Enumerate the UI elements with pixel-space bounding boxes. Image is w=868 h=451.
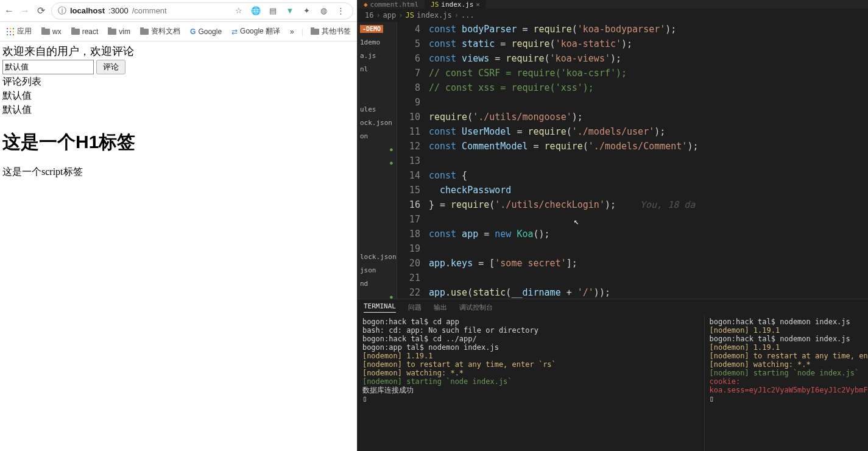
welcome-text: 欢迎来自的用户，欢迎评论 — [2, 44, 355, 59]
explorer-file[interactable] — [358, 89, 397, 102]
vue-ext-icon[interactable]: ▼ — [284, 5, 295, 16]
explorer-file[interactable] — [358, 210, 397, 223]
bookmarks-bar: 应用 wxreactvim资料文档GGoogle⇄Google 翻译 » | 其… — [0, 22, 357, 41]
bookmark-item[interactable]: vim — [108, 26, 130, 37]
other-bookmarks[interactable]: 其他书签 — [311, 26, 351, 37]
list-item: 默认值 — [2, 104, 355, 116]
file-explorer-partial[interactable]: -DEMO 1demoa.jsnlulesock.jsononlock.json… — [358, 22, 397, 299]
code-editor-window: ◆ comment.html JS index.js × ⊟ ◫ ⋯ 16 › … — [358, 0, 868, 451]
sheet-ext-icon[interactable]: ▤ — [267, 5, 278, 16]
bookmarks-overflow[interactable]: » — [290, 27, 294, 36]
folder-icon — [71, 29, 80, 35]
script-text: 这是一个script标签 — [2, 166, 355, 179]
breadcrumb-file: index.js — [417, 11, 452, 20]
breadcrumb-rest: ... — [461, 11, 475, 20]
terminal-tab-terminal[interactable]: TERMINAL — [364, 302, 396, 313]
terminal-tab-problems[interactable]: 问题 — [408, 303, 422, 312]
back-button[interactable]: ← — [4, 5, 15, 16]
explorer-file[interactable]: on — [358, 129, 397, 143]
explorer-file[interactable] — [358, 143, 397, 156]
apps-icon — [6, 27, 15, 36]
url-host: localhost — [70, 6, 105, 15]
tab-label: index.js — [441, 1, 473, 9]
terminal-tabs: TERMINAL 问题 输出 调试控制台 1: node, node ＋ ◫ 🗑… — [358, 299, 868, 315]
code-area: -DEMO 1demoa.jsnlulesock.jsononlock.json… — [358, 22, 868, 299]
globe-ext-icon[interactable]: 🌐 — [250, 5, 261, 16]
browser-toolbar: ← → ⟳ ⓘ localhost:3000/comment ☆ 🌐 ▤ ▼ ✦… — [0, 0, 357, 22]
explorer-file[interactable]: ules — [358, 102, 397, 116]
list-item: 默认值 — [2, 90, 355, 102]
bookmark-items: wxreactvim资料文档GGoogle⇄Google 翻译 — [41, 26, 280, 37]
url-bar[interactable]: ⓘ localhost:3000/comment ☆ 🌐 ▤ ▼ ✦ ◍ ⋮ — [51, 2, 353, 20]
page-h1: 这是一个H1标签 — [2, 130, 355, 155]
comment-input[interactable] — [2, 60, 94, 74]
explorer-file[interactable]: nd — [358, 277, 397, 290]
explorer-file[interactable]: nl — [358, 62, 397, 76]
url-port: :3000 — [108, 6, 129, 15]
apps-label: 应用 — [17, 26, 32, 37]
bookmark-item[interactable]: 资料文档 — [140, 26, 180, 37]
explorer-file[interactable] — [358, 76, 397, 89]
translate-icon: ⇄ — [231, 27, 238, 36]
breadcrumb[interactable]: 16 › app › JS index.js › ... — [358, 9, 868, 22]
explorer-file[interactable] — [358, 169, 397, 183]
bookmark-item[interactable]: GGoogle — [190, 26, 222, 37]
terminal-pane-left[interactable]: bogon:hack tal$ cd appbash: cd: app: No … — [358, 315, 704, 451]
code-lines[interactable]: const bodyParser = require('koa-bodypars… — [429, 22, 868, 299]
submit-button[interactable]: 评论 — [96, 60, 125, 74]
explorer-file[interactable] — [358, 223, 397, 236]
url-path: /comment — [132, 6, 167, 15]
explorer-file[interactable]: lock.json — [358, 250, 397, 263]
tab-label: comment.html — [370, 1, 418, 9]
terminal-tab-debug[interactable]: 调试控制台 — [459, 303, 493, 312]
bookmark-item[interactable]: react — [71, 26, 99, 37]
breadcrumb-folder: app — [383, 11, 397, 20]
tab-comment-html[interactable]: ◆ comment.html — [358, 0, 425, 9]
terminal-tab-output[interactable]: 输出 — [434, 303, 447, 312]
folder-icon — [108, 29, 116, 35]
explorer-file[interactable] — [358, 196, 397, 210]
url-actions: ☆ 🌐 ▤ ▼ ✦ ◍ ⋮ — [233, 5, 347, 16]
explorer-badge: -DEMO — [360, 25, 383, 33]
profile-ext-icon[interactable]: ◍ — [319, 5, 330, 16]
terminal-panel: TERMINAL 问题 输出 调试控制台 1: node, node ＋ ◫ 🗑… — [358, 299, 868, 451]
line-gutter: 45678910111213141516171819202122 — [397, 22, 429, 299]
tab-index-js[interactable]: JS index.js × — [425, 0, 486, 9]
browser-window: ← → ⟳ ⓘ localhost:3000/comment ☆ 🌐 ▤ ▼ ✦… — [0, 0, 358, 451]
apps-shortcut[interactable]: 应用 — [6, 26, 32, 37]
folder-icon — [140, 29, 149, 35]
menu-icon[interactable]: ⋮ — [336, 5, 347, 16]
editor-tabs: ◆ comment.html JS index.js × ⊟ ◫ ⋯ — [358, 0, 868, 9]
bookmark-item[interactable]: wx — [41, 26, 62, 37]
bookmark-star-icon[interactable]: ☆ — [233, 5, 244, 16]
folder-icon — [311, 29, 319, 35]
explorer-file[interactable] — [358, 183, 397, 196]
site-info-icon[interactable]: ⓘ — [58, 5, 66, 16]
reload-button[interactable]: ⟳ — [35, 5, 46, 16]
explorer-file[interactable] — [358, 156, 397, 169]
explorer-file[interactable] — [358, 290, 397, 299]
explorer-file[interactable]: a.js — [358, 49, 397, 62]
breadcrumb-line: 16 — [365, 11, 373, 20]
comment-list-title: 评论列表 — [2, 76, 355, 88]
explorer-file[interactable]: ock.json — [358, 116, 397, 129]
extensions-icon[interactable]: ✦ — [302, 5, 312, 16]
code-editor[interactable]: 45678910111213141516171819202122 const b… — [397, 22, 868, 299]
other-bookmarks-label: 其他书签 — [322, 26, 351, 37]
terminal-body: bogon:hack tal$ cd appbash: cd: app: No … — [358, 315, 868, 451]
explorer-file[interactable] — [358, 236, 397, 250]
forward-button[interactable]: → — [19, 5, 30, 16]
explorer-file[interactable]: json — [358, 263, 397, 277]
explorer-file[interactable]: 1demo — [358, 35, 397, 49]
close-icon[interactable]: × — [476, 1, 480, 9]
comment-form: 评论 — [2, 60, 355, 74]
page-content: 欢迎来自的用户，欢迎评论 评论 评论列表 默认值 默认值 这是一个H1标签 这是… — [0, 41, 357, 181]
bookmark-item[interactable]: ⇄Google 翻译 — [231, 26, 280, 37]
terminal-pane-right[interactable]: bogon:hack tal$ nodemon index.js[nodemon… — [704, 315, 868, 451]
folder-icon — [41, 29, 50, 35]
google-icon: G — [190, 27, 196, 36]
